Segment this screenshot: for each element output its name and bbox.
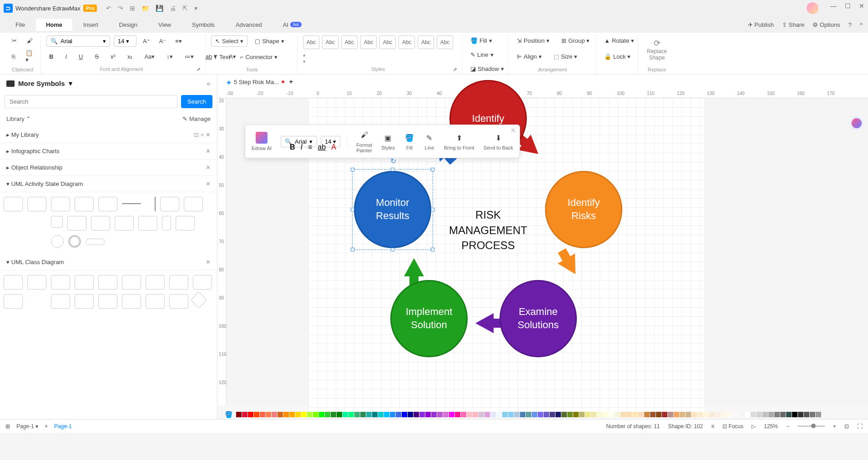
shape[interactable] bbox=[191, 292, 207, 309]
bullets-icon[interactable]: ≔▾ bbox=[182, 51, 197, 62]
color-swatch[interactable] bbox=[656, 412, 661, 417]
color-swatch[interactable] bbox=[703, 412, 709, 417]
color-swatch[interactable] bbox=[686, 412, 691, 417]
color-swatch[interactable] bbox=[792, 412, 797, 417]
color-swatch[interactable] bbox=[757, 412, 762, 417]
layers-icon[interactable]: ≡ bbox=[711, 423, 714, 430]
cat-uml-activity[interactable]: ▾ UML Activity State Diagram✕ bbox=[0, 176, 217, 192]
color-swatch[interactable] bbox=[502, 412, 508, 417]
color-swatch[interactable] bbox=[650, 412, 656, 417]
shape[interactable] bbox=[98, 197, 117, 211]
copy-icon[interactable]: ⎘ bbox=[9, 48, 18, 65]
style-4[interactable]: Abc bbox=[360, 35, 377, 49]
shape[interactable] bbox=[4, 275, 23, 290]
style-scroll-down[interactable]: ▾ bbox=[303, 59, 306, 65]
shape[interactable] bbox=[4, 235, 23, 250]
zoom-out[interactable]: − bbox=[786, 423, 789, 430]
style-5[interactable]: Abc bbox=[379, 35, 396, 49]
shape[interactable] bbox=[86, 239, 105, 245]
shape[interactable] bbox=[27, 235, 46, 250]
group-button[interactable]: ⊞ Group▾ bbox=[559, 35, 592, 46]
shape[interactable] bbox=[146, 275, 165, 290]
print-icon[interactable]: 🖨 bbox=[170, 5, 176, 12]
shape[interactable] bbox=[51, 197, 70, 211]
align-dd-icon[interactable]: ≡▾ bbox=[172, 36, 185, 46]
color-swatch[interactable] bbox=[638, 412, 644, 417]
edraw-ai-button[interactable]: Edraw AI bbox=[252, 132, 272, 151]
shape[interactable] bbox=[27, 216, 46, 230]
shape[interactable] bbox=[91, 216, 110, 230]
layout-icon[interactable]: ⊞ bbox=[5, 423, 10, 430]
handle[interactable] bbox=[351, 168, 354, 171]
color-swatch[interactable] bbox=[360, 412, 366, 417]
color-swatch[interactable] bbox=[473, 412, 478, 417]
color-swatch[interactable] bbox=[414, 412, 419, 417]
fill-button[interactable]: 🪣 Fill ▾ bbox=[468, 35, 504, 46]
color-swatch[interactable] bbox=[242, 412, 247, 417]
document-tab[interactable]: ◈ 5 Step Risk Ma... bbox=[227, 79, 284, 85]
color-swatch[interactable] bbox=[733, 412, 738, 417]
color-swatch[interactable] bbox=[603, 412, 608, 417]
color-swatch[interactable] bbox=[508, 412, 514, 417]
ctx-format-painter[interactable]: 🖌Format Painter bbox=[356, 130, 372, 153]
shape[interactable] bbox=[27, 197, 46, 211]
color-swatch[interactable] bbox=[490, 412, 496, 417]
shape[interactable] bbox=[4, 197, 23, 211]
color-swatch[interactable] bbox=[520, 412, 525, 417]
tab-ai[interactable]: AIhot bbox=[273, 19, 312, 31]
color-swatch[interactable] bbox=[668, 412, 673, 417]
color-swatch[interactable] bbox=[697, 412, 703, 417]
color-swatch[interactable] bbox=[550, 412, 555, 417]
color-swatch[interactable] bbox=[331, 412, 336, 417]
tab-home[interactable]: Home bbox=[36, 19, 72, 31]
shape[interactable] bbox=[160, 197, 179, 211]
open-icon[interactable]: 📁 bbox=[141, 5, 149, 12]
color-swatch[interactable] bbox=[479, 412, 484, 417]
shape[interactable] bbox=[146, 294, 165, 309]
shape[interactable] bbox=[51, 235, 64, 248]
color-swatch[interactable] bbox=[745, 412, 750, 417]
color-swatch[interactable] bbox=[810, 412, 815, 417]
arrow-green[interactable] bbox=[404, 258, 424, 276]
style-scroll-up[interactable]: ▴ bbox=[303, 52, 306, 58]
fullscreen-icon[interactable]: ⛶ bbox=[857, 423, 863, 430]
ctx-styles[interactable]: ▣Styles bbox=[381, 132, 395, 150]
color-swatch[interactable] bbox=[768, 412, 774, 417]
node-identify[interactable]: Identify Risks bbox=[545, 171, 622, 248]
line-button[interactable]: ✎ Line ▾ bbox=[468, 50, 504, 60]
ctx-align[interactable]: ≡ bbox=[308, 143, 312, 151]
lock-button[interactable]: 🔒 Lock▾ bbox=[601, 51, 633, 62]
bold-icon[interactable]: B bbox=[46, 51, 56, 62]
collapse-ribbon-icon[interactable]: ^ bbox=[860, 21, 863, 28]
close-button[interactable]: ✕ bbox=[859, 2, 864, 14]
connector-tool[interactable]: ⌐ Connector ▾ bbox=[237, 52, 281, 62]
maximize-button[interactable]: ☐ bbox=[845, 2, 851, 14]
shape[interactable] bbox=[4, 313, 23, 328]
zoom-slider[interactable] bbox=[797, 425, 825, 427]
handle[interactable] bbox=[431, 208, 434, 211]
color-swatch[interactable] bbox=[538, 412, 543, 417]
font-family-select[interactable]: 🔍 Arial ▾ bbox=[46, 35, 110, 47]
play-icon[interactable]: ▷ bbox=[752, 423, 756, 430]
add-page[interactable]: + bbox=[45, 423, 48, 430]
color-swatch[interactable] bbox=[319, 412, 324, 417]
color-swatch[interactable] bbox=[461, 412, 466, 417]
shape[interactable] bbox=[75, 294, 94, 309]
strike-icon[interactable]: S bbox=[92, 51, 101, 62]
color-swatch[interactable] bbox=[816, 412, 821, 417]
cut-icon[interactable]: ✂ bbox=[9, 35, 20, 46]
color-swatch[interactable] bbox=[632, 412, 638, 417]
shape[interactable] bbox=[169, 294, 188, 309]
color-swatch[interactable] bbox=[609, 412, 614, 417]
color-swatch[interactable] bbox=[449, 412, 454, 417]
color-swatch[interactable] bbox=[437, 412, 443, 417]
fit-icon[interactable]: ⊡ bbox=[844, 423, 849, 430]
redo-icon[interactable]: ↷ bbox=[118, 5, 123, 12]
selection-box[interactable]: ↻ bbox=[352, 169, 433, 250]
shape[interactable] bbox=[98, 275, 117, 290]
ctx-bring-front[interactable]: ⬆Bring to Front bbox=[444, 132, 474, 150]
color-swatch[interactable] bbox=[260, 412, 265, 417]
color-swatch[interactable] bbox=[236, 412, 242, 417]
bucket-icon[interactable]: 🪣 bbox=[225, 411, 233, 418]
color-swatch[interactable] bbox=[266, 412, 271, 417]
